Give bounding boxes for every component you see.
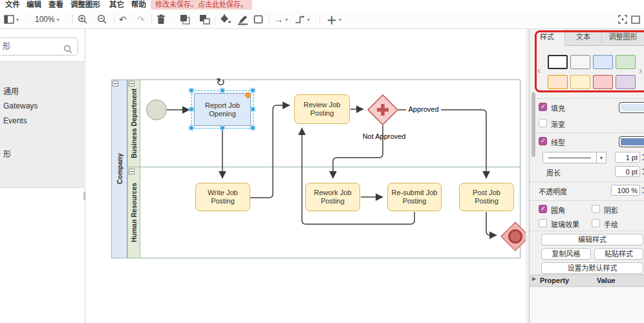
- menu-edit[interactable]: 编辑: [27, 0, 41, 10]
- diagram-canvas[interactable]: Company Business Department Human Resour…: [86, 29, 526, 323]
- insert-button[interactable]: ＋▾: [327, 13, 341, 26]
- style-swatch[interactable]: [616, 75, 636, 89]
- swatch-next-icon[interactable]: ›: [639, 65, 642, 76]
- edge-label-approved[interactable]: Approved: [406, 105, 441, 113]
- perimeter-input[interactable]: 0 pt: [615, 166, 640, 177]
- line-color-chip[interactable]: [619, 136, 644, 147]
- style-swatch[interactable]: [548, 55, 568, 69]
- toolbar-separator: [72, 14, 73, 25]
- paste-style-button[interactable]: 粘贴样式: [594, 248, 643, 260]
- gradient-checkbox[interactable]: [539, 119, 547, 127]
- line-width-stepper[interactable]: ▲▼: [640, 152, 644, 163]
- style-swatch[interactable]: [593, 75, 613, 89]
- rounded-checkbox[interactable]: [539, 205, 547, 213]
- style-swatch[interactable]: [616, 55, 636, 69]
- sidebar-section-gateways[interactable]: Gateways: [3, 101, 38, 110]
- sidebar-section-shapes[interactable]: 形: [3, 148, 11, 159]
- set-default-style-button[interactable]: 设置为默认样式: [541, 262, 643, 274]
- line-style-caret-icon[interactable]: ▼: [596, 152, 606, 163]
- menu-file[interactable]: 文件: [5, 0, 20, 10]
- task-node-write-job-posting[interactable]: Write Job Posting: [195, 183, 250, 211]
- lane-bar-human-resources[interactable]: Human Resources: [127, 167, 140, 258]
- opacity-label: 不透明度: [539, 186, 567, 196]
- opacity-input[interactable]: 100 %: [611, 185, 640, 196]
- lane-title: Business Department: [128, 80, 140, 167]
- glass-checkbox[interactable]: [539, 219, 547, 227]
- selection-handle[interactable]: [250, 88, 255, 93]
- style-swatch[interactable]: [570, 55, 590, 69]
- line-color-button[interactable]: [237, 13, 248, 26]
- perimeter-stepper[interactable]: ▲▼: [640, 166, 644, 177]
- zoom-out-button[interactable]: [97, 13, 107, 26]
- sidebar-section-events[interactable]: Events: [3, 116, 27, 125]
- selection-handle[interactable]: [189, 88, 194, 93]
- redo-button[interactable]: ↷: [137, 13, 145, 26]
- task-node-resubmit-job-posting[interactable]: Re-submit Job Posting: [387, 183, 442, 211]
- expand-icon[interactable]: ▶: [532, 276, 536, 282]
- collapse-icon[interactable]: [129, 81, 134, 87]
- menu-extras[interactable]: 其它: [109, 0, 124, 10]
- menu-view[interactable]: 查看: [48, 0, 63, 10]
- line-style-select[interactable]: [542, 152, 597, 163]
- toolbar-separator: [114, 14, 114, 25]
- undo-button[interactable]: ↶: [119, 13, 127, 26]
- fill-color-button[interactable]: [220, 13, 231, 26]
- tab-text[interactable]: 文本: [565, 29, 602, 46]
- selection-handle[interactable]: [189, 125, 194, 130]
- lane-bar-business-department[interactable]: Business Department: [127, 79, 140, 167]
- tab-style[interactable]: 样式: [530, 29, 565, 46]
- selection-handle[interactable]: [220, 88, 225, 93]
- perimeter-label: 周长: [546, 167, 561, 178]
- copy-style-button[interactable]: 复制风格: [541, 248, 591, 260]
- fill-color-chip[interactable]: [619, 102, 644, 113]
- start-event-node[interactable]: [146, 99, 167, 120]
- to-front-button[interactable]: [180, 13, 191, 26]
- format-panel-toggle-button[interactable]: [631, 13, 640, 26]
- selection-handle[interactable]: [250, 107, 255, 112]
- menu-arrange[interactable]: 调整图形: [70, 0, 100, 10]
- tab-arrange[interactable]: 调整图形: [602, 29, 644, 46]
- pages-button[interactable]: ▾: [4, 13, 19, 26]
- waypoints-button[interactable]: ▾: [295, 13, 310, 26]
- sidebar-section-general[interactable]: 通用: [3, 85, 19, 96]
- task-label: Write Job Posting: [197, 189, 248, 205]
- style-swatch[interactable]: [548, 75, 568, 89]
- style-swatch[interactable]: [593, 55, 613, 69]
- panel-toggle-icon: [631, 16, 640, 24]
- opacity-stepper[interactable]: ▲▼: [640, 185, 644, 196]
- edit-style-button[interactable]: 编辑样式: [541, 234, 643, 245]
- to-back-button[interactable]: [199, 13, 210, 26]
- task-node-rework-job-posting[interactable]: Rework Job Posting: [305, 183, 360, 211]
- panel-scrollbar[interactable]: [531, 92, 535, 157]
- search-icon: [63, 43, 72, 59]
- unsaved-changes-warning[interactable]: 修改未保存。点击此处保存。: [151, 0, 252, 10]
- fullscreen-button[interactable]: [618, 13, 627, 26]
- style-swatch[interactable]: [570, 75, 590, 89]
- task-node-report-job-opening[interactable]: Report Job Opening: [194, 93, 251, 126]
- search-input[interactable]: 形: [0, 37, 78, 56]
- task-node-review-job-posting[interactable]: Review Job Posting: [294, 94, 350, 124]
- collapse-icon[interactable]: [129, 169, 134, 174]
- zoom-in-button[interactable]: [78, 13, 88, 26]
- shadow-checkbox[interactable]: [592, 205, 600, 213]
- zoom-select[interactable]: 100% ▾: [35, 13, 59, 26]
- rotate-handle-icon[interactable]: ↻: [216, 76, 225, 89]
- sketch-checkbox[interactable]: [592, 219, 600, 227]
- line-width-input[interactable]: 1 pt: [615, 152, 640, 163]
- line-checkbox[interactable]: [539, 137, 547, 145]
- shadow-button[interactable]: [253, 13, 263, 26]
- edge-label-not-approved[interactable]: Not Approved: [358, 132, 410, 140]
- selection-handle[interactable]: [189, 107, 194, 112]
- selection-handle[interactable]: [220, 125, 225, 130]
- property-grid-header: ▶ Property Value: [530, 275, 644, 287]
- menu-help[interactable]: 帮助: [131, 0, 146, 10]
- fill-checkbox[interactable]: [539, 103, 547, 111]
- connection-arrow-button[interactable]: → ▾: [274, 13, 288, 26]
- task-node-post-job-posting[interactable]: Post Job Posting: [459, 183, 514, 211]
- pool-title-bar[interactable]: Company: [111, 79, 127, 258]
- delete-button[interactable]: [156, 13, 166, 26]
- collapse-icon[interactable]: [113, 81, 118, 87]
- selection-handle[interactable]: [250, 125, 255, 130]
- swatch-prev-icon[interactable]: ‹: [537, 65, 541, 76]
- shapes-sidebar: 形 通用 Gateways Events 形: [0, 29, 85, 323]
